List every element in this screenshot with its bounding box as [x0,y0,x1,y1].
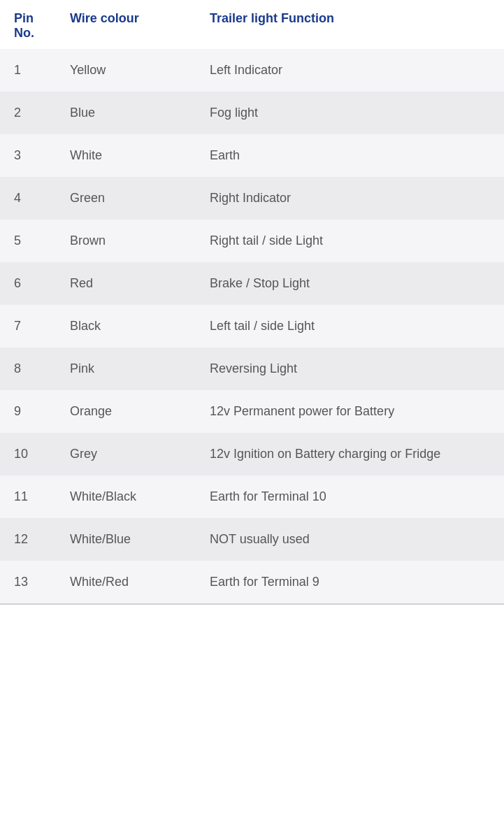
table-row: 7BlackLeft tail / side Light [0,305,504,347]
main-table-container: Pin No. Wire colour Trailer light Functi… [0,0,504,605]
cell-function: 12v Ignition on Battery charging or Frid… [196,433,504,475]
cell-wire-colour: White/Red [56,561,196,603]
cell-wire-colour: Grey [56,433,196,475]
pin-table: Pin No. Wire colour Trailer light Functi… [0,0,504,603]
table-header-row: Pin No. Wire colour Trailer light Functi… [0,0,504,49]
cell-pin: 8 [0,347,56,390]
cell-pin: 6 [0,262,56,305]
cell-function: Left tail / side Light [196,305,504,347]
cell-wire-colour: White/Blue [56,518,196,561]
cell-wire-colour: Green [56,177,196,220]
cell-function: Reversing Light [196,347,504,390]
table-row: 6RedBrake / Stop Light [0,262,504,305]
cell-pin: 11 [0,475,56,518]
cell-wire-colour: Blue [56,92,196,134]
cell-function: Right Indicator [196,177,504,220]
cell-pin: 5 [0,220,56,262]
table-row: 9Orange12v Permanent power for Battery [0,390,504,433]
table-row: 8PinkReversing Light [0,347,504,390]
table-row: 1YellowLeft Indicator [0,49,504,92]
table-row: 13White/RedEarth for Terminal 9 [0,561,504,603]
cell-wire-colour: Pink [56,347,196,390]
cell-function: Earth for Terminal 10 [196,475,504,518]
cell-wire-colour: White/Black [56,475,196,518]
cell-function: Fog light [196,92,504,134]
table-row: 2BlueFog light [0,92,504,134]
cell-wire-colour: Brown [56,220,196,262]
cell-function: NOT usually used [196,518,504,561]
cell-pin: 3 [0,134,56,177]
cell-wire-colour: White [56,134,196,177]
table-row: 10Grey12v Ignition on Battery charging o… [0,433,504,475]
cell-function: Earth [196,134,504,177]
cell-wire-colour: Black [56,305,196,347]
cell-wire-colour: Yellow [56,49,196,92]
cell-function: Right tail / side Light [196,220,504,262]
header-pin: Pin No. [0,0,56,49]
cell-pin: 10 [0,433,56,475]
cell-function: Left Indicator [196,49,504,92]
cell-pin: 12 [0,518,56,561]
cell-pin: 9 [0,390,56,433]
cell-pin: 13 [0,561,56,603]
cell-function: 12v Permanent power for Battery [196,390,504,433]
cell-wire-colour: Orange [56,390,196,433]
table-row: 5BrownRight tail / side Light [0,220,504,262]
cell-pin: 4 [0,177,56,220]
table-bottom-divider [0,603,504,605]
cell-function: Earth for Terminal 9 [196,561,504,603]
cell-function: Brake / Stop Light [196,262,504,305]
table-row: 3WhiteEarth [0,134,504,177]
header-wire-colour: Wire colour [56,0,196,49]
header-function: Trailer light Function [196,0,504,49]
cell-pin: 1 [0,49,56,92]
cell-wire-colour: Red [56,262,196,305]
table-row: 12White/BlueNOT usually used [0,518,504,561]
cell-pin: 2 [0,92,56,134]
table-row: 11White/BlackEarth for Terminal 10 [0,475,504,518]
table-row: 4GreenRight Indicator [0,177,504,220]
cell-pin: 7 [0,305,56,347]
